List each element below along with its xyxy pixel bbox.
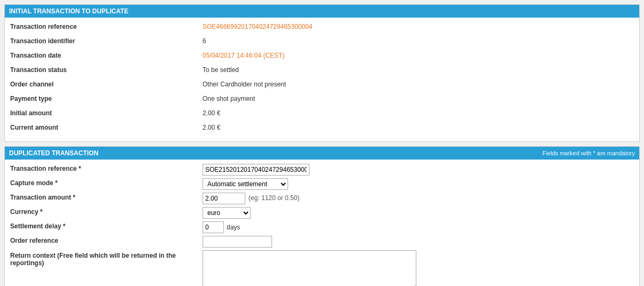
- capture-mode-select[interactable]: Automatic settlement: [203, 178, 288, 190]
- initial-field-value: SOE466699201704024729465300004: [203, 22, 313, 30]
- return-context-row: Return context (Free field which will be…: [10, 250, 634, 286]
- initial-field-value: 05/04/2017 14:46:04 (CEST): [203, 51, 284, 59]
- currency-label: Currency *: [10, 207, 203, 216]
- initial-transaction-section: INITIAL TRANSACTION TO DUPLICATE Transac…: [4, 4, 640, 142]
- capture-mode-row: Capture mode * Automatic settlement: [10, 178, 634, 190]
- initial-field-row: Transaction identifier6: [10, 36, 634, 48]
- transaction-amount-label: Transaction amount *: [10, 193, 203, 201]
- order-reference-row: Order reference: [10, 236, 634, 248]
- order-reference-input[interactable]: [203, 236, 272, 248]
- initial-section-header: INITIAL TRANSACTION TO DUPLICATE: [5, 5, 639, 18]
- initial-field-row: Current amount2.00 €: [10, 123, 634, 134]
- transaction-reference-label: Transaction reference *: [10, 164, 203, 172]
- transaction-reference-row: Transaction reference *: [10, 164, 634, 176]
- order-reference-label: Order reference: [10, 236, 203, 244]
- initial-field-row: Initial amount2.00 €: [10, 108, 634, 120]
- transaction-amount-row: Transaction amount * (eg: 1120 or 0.50): [10, 193, 634, 204]
- transaction-amount-input[interactable]: [203, 193, 245, 204]
- initial-field-row: Order channelOther Cardholder not presen…: [10, 80, 634, 91]
- initial-section-title: INITIAL TRANSACTION TO DUPLICATE: [9, 7, 128, 15]
- duplicated-section-body: Transaction reference * Capture mode * A…: [5, 160, 639, 286]
- transaction-reference-input[interactable]: [203, 164, 309, 176]
- initial-field-label: Transaction reference: [10, 22, 203, 30]
- page-wrapper: INITIAL TRANSACTION TO DUPLICATE Transac…: [0, 0, 644, 286]
- duplicated-section-title: DUPLICATED TRANSACTION: [9, 149, 98, 157]
- initial-field-label: Transaction status: [10, 65, 203, 74]
- initial-field-value: To be settled: [203, 65, 239, 74]
- initial-field-label: Current amount: [10, 123, 203, 131]
- initial-field-label: Transaction date: [10, 51, 203, 59]
- settlement-delay-input[interactable]: [203, 221, 224, 233]
- initial-field-row: Payment typeOne shot payment: [10, 94, 634, 106]
- settlement-delay-row: Settlement delay * days: [10, 221, 634, 233]
- days-label: days: [227, 224, 240, 231]
- initial-field-label: Initial amount: [10, 108, 203, 117]
- initial-field-value: 2.00 €: [203, 108, 220, 117]
- return-context-input[interactable]: [203, 250, 416, 286]
- capture-mode-label: Capture mode *: [10, 178, 203, 187]
- initial-field-value: Other Cardholder not present: [203, 80, 286, 88]
- return-context-label: Return context (Free field which will be…: [10, 250, 203, 267]
- initial-field-row: Transaction statusTo be settled: [10, 65, 634, 77]
- settlement-delay-label: Settlement delay *: [10, 221, 203, 230]
- initial-field-label: Order channel: [10, 80, 203, 88]
- initial-field-label: Payment type: [10, 94, 203, 102]
- currency-row: Currency * euro: [10, 207, 634, 219]
- mandatory-note: Fields marked with * are mandatory: [542, 150, 635, 156]
- currency-select[interactable]: euro: [203, 207, 251, 219]
- initial-field-row: Transaction referenceSOE4666992017040247…: [10, 22, 634, 34]
- initial-field-label: Transaction identifier: [10, 36, 203, 45]
- settlement-delay-controls: days: [203, 221, 240, 233]
- transaction-amount-hint: (eg: 1120 or 0.50): [249, 193, 299, 202]
- initial-field-value: 6: [203, 36, 206, 45]
- initial-field-value: One shot payment: [203, 94, 255, 102]
- initial-field-row: Transaction date05/04/2017 14:46:04 (CES…: [10, 51, 634, 62]
- initial-section-body: Transaction referenceSOE4666992017040247…: [5, 18, 639, 141]
- initial-field-value: 2.00 €: [203, 123, 220, 131]
- duplicated-section-header: DUPLICATED TRANSACTION Fields marked wit…: [5, 147, 639, 160]
- duplicated-transaction-section: DUPLICATED TRANSACTION Fields marked wit…: [4, 146, 640, 286]
